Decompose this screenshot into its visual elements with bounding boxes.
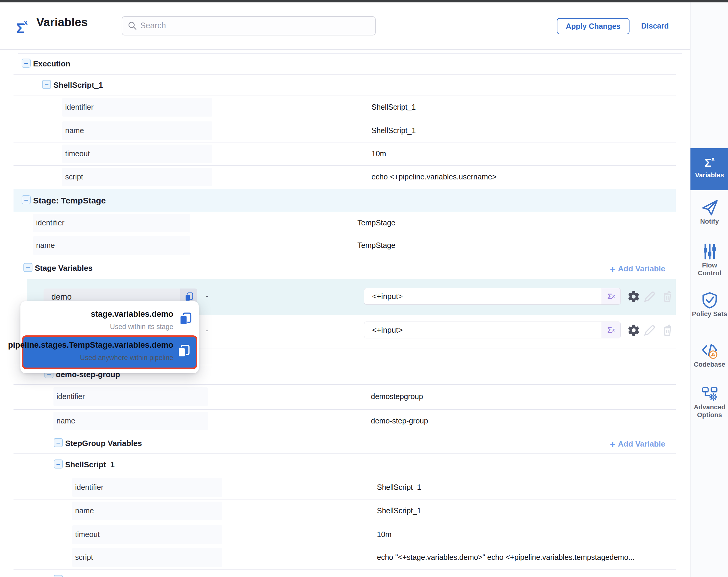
row-stage-name: name TempStage — [14, 234, 676, 257]
sigma-x-icon: Σx — [16, 16, 28, 35]
collapse-icon[interactable]: − — [22, 195, 31, 204]
field-label: script — [65, 173, 83, 181]
field-label: identifier — [56, 392, 85, 401]
expression-text: pipeline.stages.TempStage.variables.demo — [8, 341, 173, 350]
row-nested-identifier: identifier ShellScript_1 — [14, 476, 676, 499]
field-value: 10m — [377, 530, 392, 539]
sidebar-item-advanced-options[interactable]: Advanced Options — [691, 385, 728, 419]
expression-type-button[interactable]: Σx — [602, 322, 621, 338]
settings-gear-icon[interactable] — [627, 324, 640, 337]
sliders-icon — [701, 243, 719, 260]
required-value: - — [205, 291, 208, 301]
row-identifier: identifier ShellScript_1 — [14, 96, 676, 119]
edit-pencil-icon[interactable] — [643, 324, 656, 337]
collapse-icon[interactable]: − — [23, 263, 32, 272]
field-label: timeout — [75, 530, 100, 539]
field-label: name — [56, 417, 75, 425]
settings-gear-icon[interactable] — [627, 290, 640, 303]
edit-pencil-icon[interactable] — [643, 290, 656, 303]
field-value: TempStage — [357, 241, 395, 250]
row-name: name ShellScript_1 — [14, 119, 676, 143]
field-value: demo-step-group — [371, 417, 428, 425]
paper-plane-icon — [701, 198, 719, 216]
section-title: Stage Variables — [35, 264, 93, 273]
row-timeout: timeout 10m — [14, 142, 676, 166]
row-dsg-name: name demo-step-group — [14, 409, 676, 433]
sidebar-item-label: Policy Sets — [691, 310, 728, 318]
field-value: ShellScript_1 — [371, 103, 416, 111]
window-top-bar — [0, 0, 728, 2]
row-execution: − Execution — [14, 53, 676, 75]
expression-text: stage.variables.demo — [91, 309, 173, 319]
scope-hint: Used anywhere within pipeline — [80, 354, 173, 362]
apply-changes-button[interactable]: Apply Changes — [557, 18, 629, 34]
row-nested-shellscript: − ShellScript_1 — [14, 453, 676, 476]
sidebar-item-policy-sets[interactable]: Policy Sets — [691, 292, 728, 318]
field-value: TempStage — [357, 219, 395, 227]
field-label: identifier — [36, 219, 64, 227]
row-nested-script: script echo "<+stage.variables.demo>" ec… — [14, 546, 676, 570]
row-stage-identifier: identifier TempStage — [14, 212, 676, 234]
variable-value-input[interactable]: <+input> Σx — [364, 322, 621, 338]
section-title: Execution — [33, 59, 70, 69]
collapse-icon[interactable]: − — [42, 80, 51, 89]
field-value: demostepgroup — [371, 392, 423, 401]
delete-trash-icon[interactable] — [661, 290, 674, 303]
flowchart-gear-icon — [701, 385, 719, 402]
section-title: ShellScript_1 — [65, 460, 115, 470]
label-field — [62, 121, 212, 140]
row-stage-variables-header: − Stage Variables +Add Variable — [14, 257, 676, 279]
plus-icon: + — [610, 264, 616, 274]
field-label: name — [65, 126, 84, 135]
label-field — [33, 236, 190, 255]
sidebar-item-label: Notify — [691, 218, 728, 225]
field-label: timeout — [65, 149, 90, 158]
row-partial — [14, 570, 676, 577]
section-title: Stage: TempStage — [33, 196, 106, 205]
sidebar-item-codebase[interactable]: Codebase — [691, 342, 728, 369]
collapse-icon[interactable]: − — [54, 459, 63, 469]
shield-check-icon — [701, 292, 719, 309]
page-title: Variables — [36, 16, 88, 29]
row-nested-name: name ShellScript_1 — [14, 499, 676, 523]
row-script: script echo <+pipeline.variables.usernam… — [14, 165, 676, 189]
scope-hint: Used within its stage — [110, 323, 173, 331]
collapse-icon[interactable] — [54, 575, 63, 577]
copy-icon[interactable] — [178, 312, 192, 326]
header-divider — [0, 49, 690, 50]
sidebar-item-notify[interactable]: Notify — [691, 198, 728, 225]
discard-button[interactable]: Discard — [641, 22, 669, 30]
sidebar-item-label: Codebase — [691, 361, 728, 369]
section-title: ShellScript_1 — [53, 80, 103, 90]
variable-scope-popup: stage.variables.demo Used within its sta… — [20, 301, 199, 373]
field-value: ShellScript_1 — [377, 506, 421, 515]
field-label: script — [75, 553, 93, 562]
section-title: StepGroup Variables — [65, 439, 142, 448]
required-value: - — [205, 325, 208, 335]
add-variable-button[interactable]: +Add Variable — [610, 264, 665, 275]
field-value: 10m — [371, 149, 386, 158]
right-sidebar: Σx Variables Notify Flow Control — [690, 2, 728, 577]
copy-icon[interactable] — [177, 344, 190, 358]
sigma-x-icon: Σx — [691, 156, 728, 170]
delete-trash-icon[interactable] — [661, 324, 674, 337]
search-box — [122, 16, 376, 35]
collapse-icon[interactable]: − — [54, 438, 63, 447]
field-label: identifier — [65, 103, 94, 111]
search-input[interactable] — [140, 18, 369, 33]
sidebar-item-label: Flow Control — [691, 261, 728, 277]
search-icon — [128, 21, 137, 31]
row-shellscript1: − ShellScript_1 — [14, 74, 676, 96]
expression-type-button[interactable]: Σx — [602, 288, 621, 304]
variable-value-input[interactable]: <+input> Σx — [364, 288, 621, 305]
collapse-icon[interactable]: − — [22, 58, 31, 68]
scope-option-pipeline-selected[interactable]: pipeline.stages.TempStage.variables.demo… — [22, 335, 197, 369]
field-value: echo "<+stage.variables.demo>" echo <+pi… — [377, 553, 634, 562]
field-value: ShellScript_1 — [377, 483, 421, 492]
sidebar-item-variables[interactable]: Σx Variables — [691, 148, 728, 190]
add-variable-button[interactable]: +Add Variable — [610, 439, 665, 450]
label-field — [53, 412, 208, 430]
sidebar-item-label: Advanced Options — [691, 403, 728, 419]
sidebar-item-flow-control[interactable]: Flow Control — [691, 243, 728, 277]
plus-icon: + — [610, 439, 616, 450]
